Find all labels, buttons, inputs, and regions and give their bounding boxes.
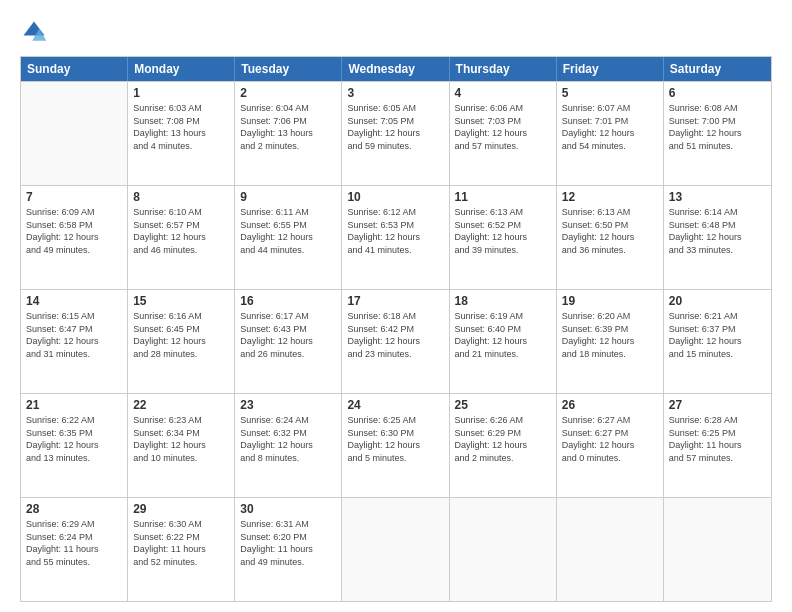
day-info: Sunrise: 6:31 AMSunset: 6:20 PMDaylight:… (240, 518, 336, 568)
day-info: Sunrise: 6:10 AMSunset: 6:57 PMDaylight:… (133, 206, 229, 256)
day-cell-28: 28Sunrise: 6:29 AMSunset: 6:24 PMDayligh… (21, 498, 128, 601)
day-cell-10: 10Sunrise: 6:12 AMSunset: 6:53 PMDayligh… (342, 186, 449, 289)
day-info: Sunrise: 6:04 AMSunset: 7:06 PMDaylight:… (240, 102, 336, 152)
empty-cell (450, 498, 557, 601)
day-number: 15 (133, 294, 229, 308)
day-cell-27: 27Sunrise: 6:28 AMSunset: 6:25 PMDayligh… (664, 394, 771, 497)
header-day-wednesday: Wednesday (342, 57, 449, 81)
day-number: 9 (240, 190, 336, 204)
calendar-week-2: 7Sunrise: 6:09 AMSunset: 6:58 PMDaylight… (21, 185, 771, 289)
header-day-sunday: Sunday (21, 57, 128, 81)
day-cell-30: 30Sunrise: 6:31 AMSunset: 6:20 PMDayligh… (235, 498, 342, 601)
logo (20, 18, 50, 46)
day-cell-19: 19Sunrise: 6:20 AMSunset: 6:39 PMDayligh… (557, 290, 664, 393)
day-info: Sunrise: 6:03 AMSunset: 7:08 PMDaylight:… (133, 102, 229, 152)
day-number: 11 (455, 190, 551, 204)
day-cell-7: 7Sunrise: 6:09 AMSunset: 6:58 PMDaylight… (21, 186, 128, 289)
day-number: 19 (562, 294, 658, 308)
day-info: Sunrise: 6:17 AMSunset: 6:43 PMDaylight:… (240, 310, 336, 360)
calendar-week-1: 1Sunrise: 6:03 AMSunset: 7:08 PMDaylight… (21, 81, 771, 185)
empty-cell (664, 498, 771, 601)
day-number: 22 (133, 398, 229, 412)
day-info: Sunrise: 6:16 AMSunset: 6:45 PMDaylight:… (133, 310, 229, 360)
empty-cell (342, 498, 449, 601)
day-number: 27 (669, 398, 766, 412)
day-info: Sunrise: 6:06 AMSunset: 7:03 PMDaylight:… (455, 102, 551, 152)
calendar-week-3: 14Sunrise: 6:15 AMSunset: 6:47 PMDayligh… (21, 289, 771, 393)
day-number: 28 (26, 502, 122, 516)
page: SundayMondayTuesdayWednesdayThursdayFrid… (0, 0, 792, 612)
header-day-thursday: Thursday (450, 57, 557, 81)
day-number: 6 (669, 86, 766, 100)
day-number: 24 (347, 398, 443, 412)
empty-cell (557, 498, 664, 601)
calendar-header: SundayMondayTuesdayWednesdayThursdayFrid… (21, 57, 771, 81)
day-cell-26: 26Sunrise: 6:27 AMSunset: 6:27 PMDayligh… (557, 394, 664, 497)
header-day-friday: Friday (557, 57, 664, 81)
header (20, 18, 772, 46)
day-cell-16: 16Sunrise: 6:17 AMSunset: 6:43 PMDayligh… (235, 290, 342, 393)
day-cell-11: 11Sunrise: 6:13 AMSunset: 6:52 PMDayligh… (450, 186, 557, 289)
day-cell-8: 8Sunrise: 6:10 AMSunset: 6:57 PMDaylight… (128, 186, 235, 289)
day-cell-15: 15Sunrise: 6:16 AMSunset: 6:45 PMDayligh… (128, 290, 235, 393)
day-info: Sunrise: 6:25 AMSunset: 6:30 PMDaylight:… (347, 414, 443, 464)
day-number: 1 (133, 86, 229, 100)
day-cell-20: 20Sunrise: 6:21 AMSunset: 6:37 PMDayligh… (664, 290, 771, 393)
day-info: Sunrise: 6:19 AMSunset: 6:40 PMDaylight:… (455, 310, 551, 360)
day-cell-21: 21Sunrise: 6:22 AMSunset: 6:35 PMDayligh… (21, 394, 128, 497)
day-number: 26 (562, 398, 658, 412)
calendar-week-5: 28Sunrise: 6:29 AMSunset: 6:24 PMDayligh… (21, 497, 771, 601)
day-info: Sunrise: 6:20 AMSunset: 6:39 PMDaylight:… (562, 310, 658, 360)
day-cell-5: 5Sunrise: 6:07 AMSunset: 7:01 PMDaylight… (557, 82, 664, 185)
day-info: Sunrise: 6:29 AMSunset: 6:24 PMDaylight:… (26, 518, 122, 568)
day-info: Sunrise: 6:05 AMSunset: 7:05 PMDaylight:… (347, 102, 443, 152)
day-info: Sunrise: 6:28 AMSunset: 6:25 PMDaylight:… (669, 414, 766, 464)
day-cell-3: 3Sunrise: 6:05 AMSunset: 7:05 PMDaylight… (342, 82, 449, 185)
day-number: 3 (347, 86, 443, 100)
day-number: 4 (455, 86, 551, 100)
header-day-tuesday: Tuesday (235, 57, 342, 81)
day-number: 18 (455, 294, 551, 308)
day-info: Sunrise: 6:26 AMSunset: 6:29 PMDaylight:… (455, 414, 551, 464)
day-number: 13 (669, 190, 766, 204)
day-info: Sunrise: 6:21 AMSunset: 6:37 PMDaylight:… (669, 310, 766, 360)
day-cell-23: 23Sunrise: 6:24 AMSunset: 6:32 PMDayligh… (235, 394, 342, 497)
day-cell-4: 4Sunrise: 6:06 AMSunset: 7:03 PMDaylight… (450, 82, 557, 185)
day-info: Sunrise: 6:18 AMSunset: 6:42 PMDaylight:… (347, 310, 443, 360)
day-number: 25 (455, 398, 551, 412)
day-cell-18: 18Sunrise: 6:19 AMSunset: 6:40 PMDayligh… (450, 290, 557, 393)
day-info: Sunrise: 6:12 AMSunset: 6:53 PMDaylight:… (347, 206, 443, 256)
day-cell-22: 22Sunrise: 6:23 AMSunset: 6:34 PMDayligh… (128, 394, 235, 497)
day-number: 29 (133, 502, 229, 516)
day-cell-6: 6Sunrise: 6:08 AMSunset: 7:00 PMDaylight… (664, 82, 771, 185)
day-number: 21 (26, 398, 122, 412)
day-info: Sunrise: 6:08 AMSunset: 7:00 PMDaylight:… (669, 102, 766, 152)
day-info: Sunrise: 6:07 AMSunset: 7:01 PMDaylight:… (562, 102, 658, 152)
day-info: Sunrise: 6:15 AMSunset: 6:47 PMDaylight:… (26, 310, 122, 360)
day-number: 5 (562, 86, 658, 100)
day-info: Sunrise: 6:24 AMSunset: 6:32 PMDaylight:… (240, 414, 336, 464)
day-number: 17 (347, 294, 443, 308)
logo-icon (20, 18, 48, 46)
day-number: 8 (133, 190, 229, 204)
day-info: Sunrise: 6:30 AMSunset: 6:22 PMDaylight:… (133, 518, 229, 568)
day-cell-1: 1Sunrise: 6:03 AMSunset: 7:08 PMDaylight… (128, 82, 235, 185)
day-info: Sunrise: 6:13 AMSunset: 6:52 PMDaylight:… (455, 206, 551, 256)
header-day-monday: Monday (128, 57, 235, 81)
calendar: SundayMondayTuesdayWednesdayThursdayFrid… (20, 56, 772, 602)
day-number: 7 (26, 190, 122, 204)
day-cell-29: 29Sunrise: 6:30 AMSunset: 6:22 PMDayligh… (128, 498, 235, 601)
calendar-week-4: 21Sunrise: 6:22 AMSunset: 6:35 PMDayligh… (21, 393, 771, 497)
day-cell-2: 2Sunrise: 6:04 AMSunset: 7:06 PMDaylight… (235, 82, 342, 185)
day-cell-13: 13Sunrise: 6:14 AMSunset: 6:48 PMDayligh… (664, 186, 771, 289)
day-number: 20 (669, 294, 766, 308)
day-info: Sunrise: 6:23 AMSunset: 6:34 PMDaylight:… (133, 414, 229, 464)
day-number: 12 (562, 190, 658, 204)
day-cell-12: 12Sunrise: 6:13 AMSunset: 6:50 PMDayligh… (557, 186, 664, 289)
day-info: Sunrise: 6:13 AMSunset: 6:50 PMDaylight:… (562, 206, 658, 256)
day-number: 16 (240, 294, 336, 308)
day-cell-25: 25Sunrise: 6:26 AMSunset: 6:29 PMDayligh… (450, 394, 557, 497)
day-number: 10 (347, 190, 443, 204)
header-day-saturday: Saturday (664, 57, 771, 81)
day-info: Sunrise: 6:27 AMSunset: 6:27 PMDaylight:… (562, 414, 658, 464)
